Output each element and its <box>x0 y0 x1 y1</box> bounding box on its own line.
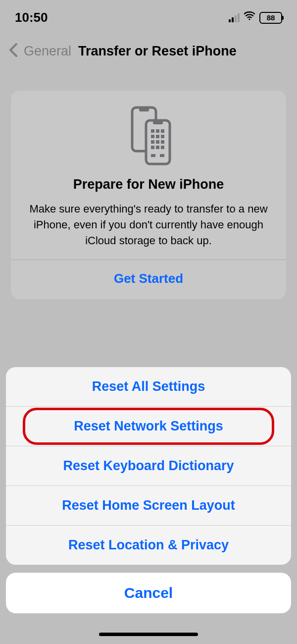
chevron-back-icon[interactable] <box>7 42 20 60</box>
svg-rect-9 <box>156 135 159 138</box>
svg-rect-7 <box>161 129 164 133</box>
svg-rect-4 <box>153 120 163 124</box>
svg-rect-14 <box>151 146 154 149</box>
svg-rect-12 <box>156 140 159 144</box>
reset-location-privacy-button[interactable]: Reset Location & Privacy <box>6 526 291 565</box>
page-title: Transfer or Reset iPhone <box>78 44 237 59</box>
reset-network-settings-button[interactable]: Reset Network Settings <box>6 407 291 446</box>
battery-icon: 88 <box>259 12 282 24</box>
svg-rect-2 <box>139 107 149 111</box>
svg-rect-17 <box>151 154 155 157</box>
svg-rect-13 <box>161 140 164 144</box>
status-time: 10:50 <box>15 10 48 25</box>
svg-rect-10 <box>161 135 164 138</box>
reset-home-screen-layout-button[interactable]: Reset Home Screen Layout <box>6 486 291 526</box>
home-indicator[interactable] <box>99 633 198 636</box>
status-bar: 10:50 88 <box>0 0 297 30</box>
prepare-card: Prepare for New iPhone Make sure everyth… <box>11 91 286 299</box>
reset-action-sheet: Reset All Settings Reset Network Setting… <box>6 367 291 565</box>
reset-all-settings-button[interactable]: Reset All Settings <box>6 367 291 407</box>
cancel-button[interactable]: Cancel <box>6 573 291 613</box>
svg-rect-16 <box>161 146 164 149</box>
svg-rect-8 <box>151 135 154 138</box>
card-title: Prepare for New iPhone <box>21 177 276 192</box>
cellular-signal-icon <box>229 13 240 22</box>
reset-keyboard-dictionary-button[interactable]: Reset Keyboard Dictionary <box>6 446 291 486</box>
nav-header: General Transfer or Reset iPhone <box>0 30 297 70</box>
back-button[interactable]: General <box>24 44 71 59</box>
svg-rect-18 <box>160 154 164 157</box>
svg-rect-5 <box>151 129 154 133</box>
svg-rect-11 <box>151 140 154 144</box>
svg-rect-6 <box>156 129 159 133</box>
devices-icon <box>116 104 181 168</box>
svg-point-0 <box>248 18 250 20</box>
get-started-button[interactable]: Get Started <box>21 260 276 299</box>
battery-pct: 88 <box>267 13 275 22</box>
svg-rect-15 <box>156 146 159 149</box>
status-icons: 88 <box>229 10 282 25</box>
card-description: Make sure everything's ready to transfer… <box>21 201 276 260</box>
wifi-icon <box>244 10 255 25</box>
